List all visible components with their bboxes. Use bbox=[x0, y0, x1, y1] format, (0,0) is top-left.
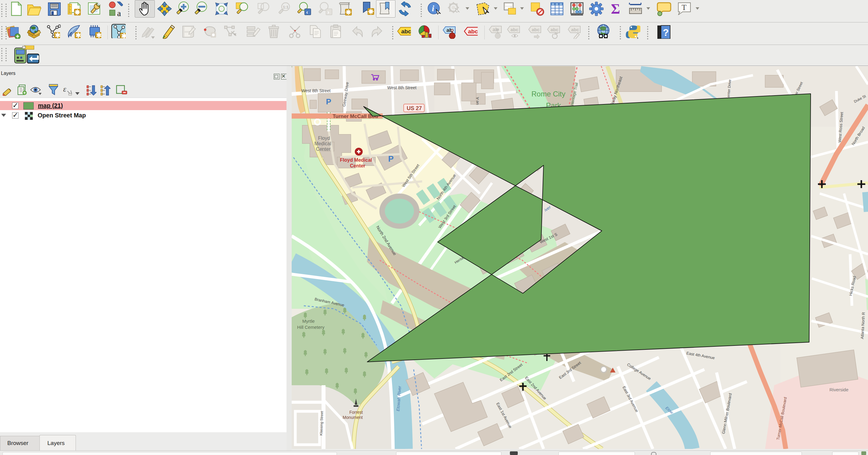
svg-text:West 8th Street: West 8th Street bbox=[387, 85, 416, 90]
svg-text:?: ? bbox=[663, 27, 669, 38]
svg-text:ue A: ue A bbox=[475, 97, 480, 105]
svg-text:abc: abc bbox=[468, 28, 478, 35]
svg-text:abc: abc bbox=[510, 27, 518, 32]
svg-text:abc: abc bbox=[571, 27, 579, 32]
svg-text:West 8th Street: West 8th Street bbox=[301, 88, 331, 93]
svg-text:Σ: Σ bbox=[611, 2, 620, 16]
svg-text:a: a bbox=[117, 8, 121, 16]
svg-text:✱: ✱ bbox=[55, 32, 60, 39]
svg-text:Center: Center bbox=[316, 147, 331, 152]
svg-text:P: P bbox=[388, 154, 394, 163]
svg-text:✱: ✱ bbox=[96, 32, 102, 39]
svg-text:Floyd Medical: Floyd Medical bbox=[340, 157, 372, 163]
svg-text:›: › bbox=[637, 35, 638, 39]
svg-text:P: P bbox=[326, 97, 331, 106]
svg-text:ab: ab bbox=[493, 27, 498, 32]
svg-text:abc: abc bbox=[401, 28, 411, 35]
svg-text:✱: ✱ bbox=[121, 32, 126, 38]
svg-text:1:1: 1:1 bbox=[283, 5, 289, 9]
svg-text:abc: abc bbox=[551, 27, 558, 32]
svg-text:Forrest: Forrest bbox=[349, 410, 363, 415]
svg-text:ε: ε bbox=[63, 85, 66, 93]
svg-text:i: i bbox=[432, 4, 434, 13]
svg-text:Klassing Street: Klassing Street bbox=[319, 411, 324, 435]
svg-text:Monument: Monument bbox=[343, 415, 363, 420]
svg-text:Rome City: Rome City bbox=[531, 90, 565, 98]
svg-text:Floyd: Floyd bbox=[318, 136, 330, 141]
svg-text:US 27: US 27 bbox=[407, 105, 422, 111]
svg-text:T: T bbox=[682, 3, 686, 12]
svg-text:›: › bbox=[328, 9, 329, 15]
svg-text:‹: ‹ bbox=[306, 9, 308, 15]
svg-text:Center: Center bbox=[350, 163, 365, 168]
svg-text:Myrtle: Myrtle bbox=[302, 319, 315, 324]
svg-text:Hill Cemetery: Hill Cemetery bbox=[297, 325, 325, 330]
svg-text:Riverside: Riverside bbox=[830, 387, 848, 392]
svg-text:Medical: Medical bbox=[314, 141, 331, 146]
svg-text:abc: abc bbox=[532, 27, 539, 32]
svg-text:✱: ✱ bbox=[75, 32, 81, 39]
